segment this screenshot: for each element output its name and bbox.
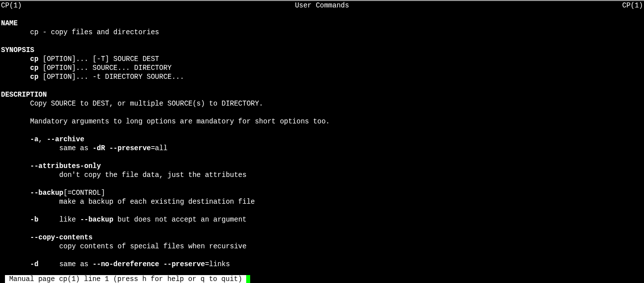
opt-d-line: -d same as --no-dereference --preserve=l… xyxy=(1,260,643,269)
header-left: CP(1) xyxy=(1,1,22,10)
opt-attributes-only-head: --attributes-only xyxy=(1,162,643,170)
synopsis-line-3: cp [OPTION]... -t DIRECTORY SOURCE... xyxy=(1,72,643,81)
pager-status: Manual page cp(1) line 1 (press h for he… xyxy=(5,275,246,283)
synopsis-line-1: cp [OPTION]... [-T] SOURCE DEST xyxy=(1,55,643,63)
synopsis-line-2: cp [OPTION]... SOURCE... DIRECTORY xyxy=(1,63,643,72)
section-name-head: NAME xyxy=(1,19,643,28)
man-header: CP(1) User Commands CP(1) xyxy=(0,1,644,10)
opt-backup-desc: make a backup of each existing destinati… xyxy=(1,197,643,206)
cursor-block-icon xyxy=(246,275,250,283)
opt-a-head: -a, --archive xyxy=(1,135,643,144)
desc-p1: Copy SOURCE to DEST, or multiple SOURCE(… xyxy=(1,99,643,108)
opt-b-line: -b like --backup but does not accept an … xyxy=(1,215,643,224)
opt-copy-contents-desc: copy contents of special files when recu… xyxy=(1,242,643,251)
header-center: User Commands xyxy=(295,1,349,10)
name-line: cp - copy files and directories xyxy=(1,28,643,37)
header-right: CP(1) xyxy=(622,1,643,10)
opt-copy-contents-head: --copy-contents xyxy=(1,233,643,242)
section-description-head: DESCRIPTION xyxy=(1,90,643,99)
opt-attributes-only-desc: don't copy the file data, just the attri… xyxy=(1,170,643,179)
opt-backup-head: --backup[=CONTROL] xyxy=(1,188,643,197)
section-synopsis-head: SYNOPSIS xyxy=(1,46,643,55)
opt-a-desc: same as -dR --preserve=all xyxy=(1,144,643,153)
man-content: NAME cp - copy files and directories SYN… xyxy=(0,10,644,269)
desc-p2: Mandatory arguments to long options are … xyxy=(1,117,643,126)
